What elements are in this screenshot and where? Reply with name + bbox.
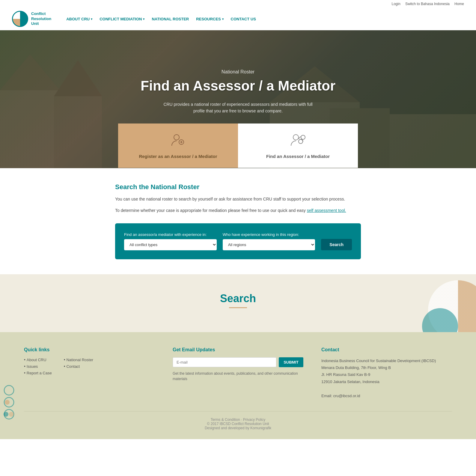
svg-point-12 (293, 135, 299, 140)
svg-rect-7 (390, 114, 476, 168)
register-icon (171, 132, 186, 150)
search-box: Find an assessor/a mediator with experie… (115, 223, 361, 259)
conflict-type-select[interactable]: All conflict typesLand ConflictEnvironme… (124, 239, 217, 250)
hero-content: National Roster Find an Assessor / a Med… (0, 30, 476, 115)
svg-point-17 (5, 400, 10, 405)
footer-link-contact[interactable]: Contact (66, 364, 80, 369)
logo-text: Conflict Resolution Unit (31, 11, 51, 27)
svg-point-20 (9, 412, 14, 417)
search-section-title: Search (12, 292, 464, 305)
footer-contact: Contact Indonesia Business Council for S… (321, 347, 452, 399)
logo-icon (12, 11, 28, 27)
nav-conflict-mediation[interactable]: CONFLICT MEDIATION (100, 17, 144, 21)
submit-button[interactable]: SUBMIT (279, 357, 303, 367)
contact-org: Indonesia Business Council for Sustainab… (321, 357, 452, 364)
footer-links-col1: About CRU Issues Report a Case (24, 357, 52, 377)
copyright: © 2017 IBCSD Conflict Resolution Unit (24, 422, 452, 426)
designed-by: Designed and developed by Komunigrafik (24, 426, 452, 430)
quick-links-title: Quick links (24, 347, 155, 353)
separator: · (241, 418, 243, 422)
footer-quick-links: Quick links About CRU Issues Report a Ca… (24, 347, 155, 399)
footer-email-updates: Get Email Updates SUBMIT Get the latest … (173, 347, 303, 399)
find-icon (290, 132, 305, 150)
region-label: Who have experience working in this regi… (223, 232, 315, 237)
nav-links: ABOUT CRU CONFLICT MEDIATION NATIONAL RO… (66, 17, 256, 21)
search-section: Search (0, 274, 476, 332)
find-label: Find an Assessor / a Mediator (266, 154, 330, 159)
switch-language-link[interactable]: Switch to Bahasa Indonesia (405, 2, 450, 6)
search-national-roster-title: Search the National Roster (115, 183, 361, 191)
terms-link[interactable]: Terms & Condition (211, 418, 240, 422)
footer-links-col2: National Roster Contact (64, 357, 93, 377)
navbar: Conflict Resolution Unit ABOUT CRU CONFL… (0, 8, 476, 30)
login-link[interactable]: Login (392, 2, 400, 6)
svg-point-15 (4, 385, 14, 395)
contact-details: Indonesia Business Council for Sustainab… (321, 357, 452, 399)
contact-addr3: 12910 Jakarta Selatan, Indonesia (321, 378, 452, 385)
nav-resources[interactable]: RESOURCES (196, 17, 223, 21)
nav-about[interactable]: ABOUT CRU (66, 17, 92, 21)
hero-subtitle: National Roster (0, 69, 476, 75)
footer: Quick links About CRU Issues Report a Ca… (0, 332, 476, 439)
privacy-link[interactable]: Privacy Policy (243, 418, 266, 422)
search-button[interactable]: Search (321, 239, 352, 250)
main-content: Search the National Roster You can use t… (103, 168, 373, 274)
svg-point-19 (4, 412, 8, 417)
home-link[interactable]: Home (454, 2, 464, 6)
search-para2: To determine whether your case is approp… (115, 207, 361, 214)
svg-point-14 (301, 135, 305, 139)
svg-point-13 (299, 139, 303, 144)
register-card[interactable]: Register as an Assessor / a Mediator (118, 123, 238, 168)
conflict-type-label: Find an assessor/a mediator with experie… (124, 232, 217, 237)
contact-email: Email: cru@ibcsd.or.id (321, 392, 452, 399)
footer-links-container: About CRU Issues Report a Case National … (24, 357, 155, 377)
email-input[interactable] (173, 357, 276, 367)
footer-link-national-roster[interactable]: National Roster (66, 358, 93, 362)
region-field: Who have experience working in this regi… (223, 232, 315, 250)
contact-addr2: Jl. HR Rasuna Said Kav B-9 (321, 371, 452, 378)
hero-description: CRU provides a national roster of experi… (163, 101, 313, 115)
footer-link-report[interactable]: Report a Case (27, 371, 52, 375)
footer-link-issues[interactable]: Issues (27, 364, 38, 369)
search-para1: You can use the national roster to searc… (115, 196, 361, 203)
nav-contact[interactable]: CONTACT US (231, 17, 256, 21)
footer-link-about[interactable]: About CRU (27, 358, 46, 362)
find-card[interactable]: Find an Assessor / a Mediator (238, 123, 358, 168)
email-form: SUBMIT (173, 357, 303, 367)
hero-section: National Roster Find an Assessor / a Med… (0, 30, 476, 168)
hero-title: Find an Assessor / a Mediator (0, 78, 476, 94)
cards-row: Register as an Assessor / a Mediator Fin… (118, 123, 358, 168)
logo-area[interactable]: Conflict Resolution Unit (12, 11, 51, 27)
conflict-type-field: Find an assessor/a mediator with experie… (124, 232, 217, 250)
self-assessment-link[interactable]: self assessment tool. (307, 208, 346, 213)
footer-columns: Quick links About CRU Issues Report a Ca… (24, 347, 452, 399)
contact-title: Contact (321, 347, 452, 353)
footer-deco-circles (3, 384, 27, 421)
contact-addr1: Menara Duta Building, 7th Floor, Wing B (321, 364, 452, 371)
email-note: Get the latest information about events,… (173, 371, 303, 382)
nav-national-roster[interactable]: NATIONAL ROSTER (152, 17, 189, 21)
footer-bottom: Terms & Condition · Privacy Policy © 201… (24, 411, 452, 430)
top-bar: Login Switch to Bahasa Indonesia Home (0, 0, 476, 8)
search-underline (229, 307, 247, 308)
email-updates-title: Get Email Updates (173, 347, 303, 353)
para2-text-start: To determine whether your case is approp… (115, 208, 307, 213)
register-label: Register as an Assessor / a Mediator (139, 154, 217, 159)
svg-point-8 (174, 135, 179, 140)
region-select[interactable]: All regionsJakartaJavaSumatraKalimantanS… (223, 239, 315, 250)
